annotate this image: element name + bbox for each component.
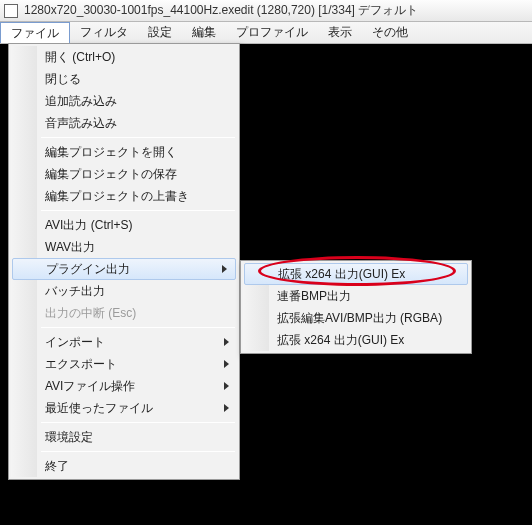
- menu-edit[interactable]: 編集: [182, 22, 226, 43]
- menu-profile[interactable]: プロファイル: [226, 22, 318, 43]
- menu-item-batch-output-label: バッチ出力: [45, 283, 105, 300]
- submenu-item-x264-ex[interactable]: 拡張 x264 出力(GUI) Ex: [244, 263, 468, 285]
- menu-item-close[interactable]: 閉じる: [11, 68, 237, 90]
- app-icon: [4, 4, 18, 18]
- menu-other[interactable]: その他: [362, 22, 418, 43]
- submenu-item-x264-ex-label: 拡張 x264 出力(GUI) Ex: [278, 266, 405, 283]
- menu-file-label: ファイル: [11, 25, 59, 42]
- chevron-right-icon: [222, 265, 227, 273]
- submenu-item-bmp-seq[interactable]: 連番BMP出力: [243, 285, 469, 307]
- menu-item-abort-output: 出力の中断 (Esc): [11, 302, 237, 324]
- menu-item-batch-output[interactable]: バッチ出力: [11, 280, 237, 302]
- submenu-item-avi-bmp-rgba-label: 拡張編集AVI/BMP出力 (RGBA): [277, 310, 442, 327]
- chevron-right-icon: [224, 338, 229, 346]
- menu-item-exit[interactable]: 終了: [11, 455, 237, 477]
- menu-item-open-project-label: 編集プロジェクトを開く: [45, 144, 177, 161]
- menu-item-append[interactable]: 追加読み込み: [11, 90, 237, 112]
- file-dropdown: 開く (Ctrl+O) 閉じる 追加読み込み 音声読み込み 編集プロジェクトを開…: [8, 43, 240, 480]
- titlebar: 1280x720_30030-1001fps_44100Hz.exedit (1…: [0, 0, 532, 22]
- window-title: 1280x720_30030-1001fps_44100Hz.exedit (1…: [24, 2, 418, 19]
- menu-item-avi-ops-label: AVIファイル操作: [45, 378, 135, 395]
- chevron-right-icon: [224, 382, 229, 390]
- menu-item-exit-label: 終了: [45, 458, 69, 475]
- menu-item-append-label: 追加読み込み: [45, 93, 117, 110]
- menu-edit-label: 編集: [192, 24, 216, 41]
- menu-item-open[interactable]: 開く (Ctrl+O): [11, 46, 237, 68]
- menu-settings[interactable]: 設定: [138, 22, 182, 43]
- menu-item-avi-output[interactable]: AVI出力 (Ctrl+S): [11, 214, 237, 236]
- menu-item-close-label: 閉じる: [45, 71, 81, 88]
- menu-item-import-label: インポート: [45, 334, 105, 351]
- menu-item-plugin-output[interactable]: プラグイン出力: [12, 258, 236, 280]
- menu-view[interactable]: 表示: [318, 22, 362, 43]
- menu-filter[interactable]: フィルタ: [70, 22, 138, 43]
- menu-profile-label: プロファイル: [236, 24, 308, 41]
- menu-separator: [41, 137, 235, 138]
- menu-item-wav-output[interactable]: WAV出力: [11, 236, 237, 258]
- chevron-right-icon: [224, 404, 229, 412]
- menu-item-open-project[interactable]: 編集プロジェクトを開く: [11, 141, 237, 163]
- chevron-right-icon: [224, 360, 229, 368]
- menu-other-label: その他: [372, 24, 408, 41]
- menu-item-import[interactable]: インポート: [11, 331, 237, 353]
- menu-item-avi-output-label: AVI出力 (Ctrl+S): [45, 217, 132, 234]
- menu-item-audio-load-label: 音声読み込み: [45, 115, 117, 132]
- menubar: ファイル フィルタ 設定 編集 プロファイル 表示 その他: [0, 22, 532, 44]
- menu-item-preferences[interactable]: 環境設定: [11, 426, 237, 448]
- menu-separator: [41, 210, 235, 211]
- menu-item-recent-label: 最近使ったファイル: [45, 400, 153, 417]
- menu-item-export[interactable]: エクスポート: [11, 353, 237, 375]
- menu-item-save-project-label: 編集プロジェクトの保存: [45, 166, 177, 183]
- menu-view-label: 表示: [328, 24, 352, 41]
- menu-item-recent[interactable]: 最近使ったファイル: [11, 397, 237, 419]
- menu-file[interactable]: ファイル: [0, 22, 70, 43]
- menu-item-abort-output-label: 出力の中断 (Esc): [45, 305, 136, 322]
- menu-item-overwrite-project[interactable]: 編集プロジェクトの上書き: [11, 185, 237, 207]
- menu-item-audio-load[interactable]: 音声読み込み: [11, 112, 237, 134]
- menu-item-save-project[interactable]: 編集プロジェクトの保存: [11, 163, 237, 185]
- menu-item-preferences-label: 環境設定: [45, 429, 93, 446]
- menu-item-avi-ops[interactable]: AVIファイル操作: [11, 375, 237, 397]
- menu-item-export-label: エクスポート: [45, 356, 117, 373]
- submenu-item-bmp-seq-label: 連番BMP出力: [277, 288, 351, 305]
- menu-item-plugin-output-label: プラグイン出力: [46, 261, 130, 278]
- menu-filter-label: フィルタ: [80, 24, 128, 41]
- menu-separator: [41, 327, 235, 328]
- submenu-item-avi-bmp-rgba[interactable]: 拡張編集AVI/BMP出力 (RGBA): [243, 307, 469, 329]
- plugin-output-submenu: 拡張 x264 出力(GUI) Ex 連番BMP出力 拡張編集AVI/BMP出力…: [240, 260, 472, 354]
- menu-item-wav-output-label: WAV出力: [45, 239, 95, 256]
- submenu-item-x264-ex-2-label: 拡張 x264 出力(GUI) Ex: [277, 332, 404, 349]
- menu-settings-label: 設定: [148, 24, 172, 41]
- menu-separator: [41, 451, 235, 452]
- menu-item-open-label: 開く (Ctrl+O): [45, 49, 115, 66]
- menu-item-overwrite-project-label: 編集プロジェクトの上書き: [45, 188, 189, 205]
- submenu-item-x264-ex-2[interactable]: 拡張 x264 出力(GUI) Ex: [243, 329, 469, 351]
- menu-separator: [41, 422, 235, 423]
